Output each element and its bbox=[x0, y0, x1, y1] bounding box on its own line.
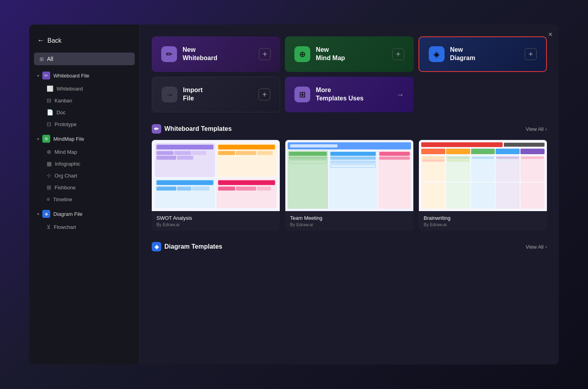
sidebar-item-fishbone[interactable]: ⊞ Fishbone bbox=[29, 181, 139, 193]
whiteboard-templates-header: ✏ Whiteboard Templates View All › bbox=[152, 124, 547, 134]
import-file-card[interactable]: → ImportFile + bbox=[152, 77, 280, 112]
sidebar-section-whiteboard-header[interactable]: ▾ ✏ Whiteboard File bbox=[29, 68, 139, 83]
sidebar-section-diagram: ▾ ◈ Diagram File ⊻ Flowchart bbox=[29, 207, 139, 233]
chevron-icon-3: ▾ bbox=[37, 212, 39, 216]
sidebar-item-infographic[interactable]: ▦ Infographic bbox=[29, 158, 139, 170]
diag-section-icon: ◈ bbox=[152, 242, 161, 251]
card-left-templates: ⊞ MoreTemplates Uses bbox=[294, 86, 364, 103]
sidebar-item-timeline[interactable]: ≡ Timeline bbox=[29, 193, 139, 205]
prototype-icon: ⊡ bbox=[47, 121, 51, 127]
team-meeting-thumbnail bbox=[285, 140, 413, 211]
import-add-icon[interactable]: + bbox=[258, 89, 270, 100]
back-button[interactable]: ← Back bbox=[29, 32, 139, 53]
timeline-label: Timeline bbox=[53, 196, 72, 202]
diagram-card-title: NewDiagram bbox=[450, 46, 475, 62]
new-diagram-card[interactable]: ◈ NewDiagram + bbox=[418, 36, 547, 72]
swot-info: SWOT Analysis By Edraw.ai bbox=[152, 211, 280, 231]
brainwriting-card[interactable]: Brainwriting By Edraw.ai bbox=[419, 140, 547, 231]
diagram-view-all-chevron: › bbox=[545, 244, 547, 250]
whiteboard-section-label: Whiteboard File bbox=[53, 73, 89, 79]
back-label: Back bbox=[47, 37, 62, 44]
whiteboard-view-all[interactable]: View All › bbox=[526, 126, 547, 132]
diagram-view-all-label: View All bbox=[526, 244, 543, 250]
more-templates-card[interactable]: ⊞ MoreTemplates Uses → bbox=[285, 77, 413, 112]
mindmap-label: Mind Map bbox=[55, 149, 77, 155]
card-left-diagram: ◈ NewDiagram bbox=[429, 46, 475, 62]
whiteboard-section-title: ✏ Whiteboard Templates bbox=[152, 124, 232, 134]
sidebar: ← Back ⊞ All ▾ ✏ Whiteboard File ⬜ White… bbox=[29, 25, 140, 364]
whiteboard-card-title: NewWhiteboard bbox=[183, 46, 217, 62]
sidebar-item-prototype[interactable]: ⊡ Prototype bbox=[29, 118, 139, 130]
timeline-icon: ≡ bbox=[47, 196, 50, 202]
mindmap-icon: ⊕ bbox=[47, 149, 51, 155]
mindmap-add-icon[interactable]: + bbox=[392, 48, 404, 60]
all-label: All bbox=[47, 56, 53, 62]
whiteboard-section-icon: ✏ bbox=[42, 72, 50, 79]
doc-label: Doc bbox=[57, 110, 66, 115]
orgchart-icon: ⊹ bbox=[47, 172, 51, 179]
whiteboard-card-icon: ✏ bbox=[161, 46, 177, 62]
brain-name: Brainwriting bbox=[424, 215, 542, 221]
chevron-icon-2: ▾ bbox=[37, 137, 39, 141]
diagram-add-icon[interactable]: + bbox=[525, 48, 537, 60]
card-left-mindmap: ⊕ NewMind Map bbox=[294, 46, 345, 62]
sidebar-section-mindmap-header[interactable]: ▾ ⊕ MindMap File bbox=[29, 132, 139, 146]
sidebar-item-whiteboard[interactable]: ⬜ Whiteboard bbox=[29, 83, 139, 94]
view-all-chevron: › bbox=[545, 126, 547, 132]
templates-arrow-icon: → bbox=[396, 90, 404, 99]
wb-section-label: Whiteboard Templates bbox=[164, 125, 232, 132]
app-window: ← Back ⊞ All ▾ ✏ Whiteboard File ⬜ White… bbox=[29, 25, 559, 364]
team-author: By Edraw.ai bbox=[290, 222, 409, 227]
diagram-section-icon: ◈ bbox=[42, 210, 50, 218]
diag-section-label: Diagram Templates bbox=[164, 243, 222, 250]
sidebar-item-doc[interactable]: 📄 Doc bbox=[29, 106, 139, 118]
doc-icon: 📄 bbox=[47, 109, 53, 115]
brainwriting-thumbnail bbox=[419, 140, 547, 211]
import-card-icon: → bbox=[162, 87, 177, 102]
sidebar-section-diagram-header[interactable]: ▾ ◈ Diagram File bbox=[29, 207, 139, 221]
card-left: ✏ NewWhiteboard bbox=[161, 46, 217, 62]
mindmap-card-icon: ⊕ bbox=[294, 46, 310, 62]
sidebar-item-mindmap[interactable]: ⊕ Mind Map bbox=[29, 146, 139, 158]
team-info: Team Meeting By Edraw.ai bbox=[285, 211, 413, 231]
whiteboard-add-icon[interactable]: + bbox=[259, 48, 271, 60]
new-mindmap-card[interactable]: ⊕ NewMind Map + bbox=[285, 36, 413, 72]
team-meeting-card[interactable]: Team Meeting By Edraw.ai bbox=[285, 140, 413, 231]
flowchart-icon: ⊻ bbox=[47, 224, 51, 230]
action-cards-grid: ✏ NewWhiteboard + ⊕ NewMind Map + ◈ NewD… bbox=[152, 36, 547, 112]
infographic-icon: ▦ bbox=[47, 161, 52, 167]
orgchart-label: Org Chart bbox=[55, 173, 77, 179]
prototype-label: Prototype bbox=[55, 121, 77, 127]
swot-template-card[interactable]: SWOT Analysis By Edraw.ai bbox=[152, 140, 280, 231]
wb-section-icon: ✏ bbox=[152, 124, 161, 134]
fishbone-label: Fishbone bbox=[55, 185, 75, 191]
sidebar-item-flowchart[interactable]: ⊻ Flowchart bbox=[29, 221, 139, 233]
flowchart-label: Flowchart bbox=[54, 224, 76, 230]
swot-name: SWOT Analysis bbox=[156, 215, 275, 221]
diagram-view-all[interactable]: View All › bbox=[526, 244, 547, 250]
sidebar-item-orgchart[interactable]: ⊹ Org Chart bbox=[29, 170, 139, 181]
diagram-section-label: Diagram File bbox=[53, 211, 83, 217]
kanban-label: Kanban bbox=[55, 98, 72, 104]
diagram-card-icon: ◈ bbox=[429, 46, 445, 62]
whiteboard-label: Whiteboard bbox=[57, 86, 83, 92]
card-left-import: → ImportFile bbox=[162, 86, 203, 103]
kanban-icon: ⊟ bbox=[47, 97, 51, 104]
import-card-title: ImportFile bbox=[183, 86, 203, 103]
fishbone-icon: ⊞ bbox=[47, 184, 51, 191]
mindmap-section-icon: ⊕ bbox=[42, 135, 50, 143]
close-button[interactable]: × bbox=[548, 31, 552, 38]
whiteboard-template-cards: SWOT Analysis By Edraw.ai bbox=[152, 140, 547, 231]
sidebar-section-mindmap: ▾ ⊕ MindMap File ⊕ Mind Map ▦ Infographi… bbox=[29, 132, 139, 205]
sidebar-item-all[interactable]: ⊞ All bbox=[34, 53, 135, 65]
infographic-label: Infographic bbox=[55, 161, 80, 167]
view-all-label: View All bbox=[526, 126, 543, 132]
diagram-templates-header: ◈ Diagram Templates View All › bbox=[152, 242, 547, 251]
grid-icon: ⊞ bbox=[40, 56, 44, 62]
brain-info: Brainwriting By Edraw.ai bbox=[419, 211, 547, 231]
new-whiteboard-card[interactable]: ✏ NewWhiteboard + bbox=[152, 36, 280, 72]
sidebar-item-kanban[interactable]: ⊟ Kanban bbox=[29, 94, 139, 106]
diagram-section-title: ◈ Diagram Templates bbox=[152, 242, 222, 251]
templates-card-title: MoreTemplates Uses bbox=[316, 86, 364, 103]
team-name: Team Meeting bbox=[290, 215, 409, 221]
